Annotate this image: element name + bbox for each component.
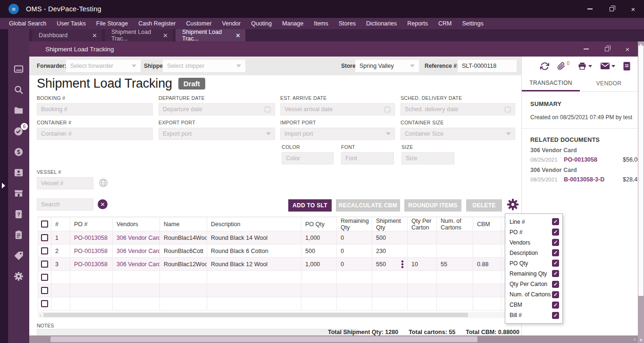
grid-row-3[interactable]: 3 PO-0013058 306 Vendor Card RounBlac12W…	[38, 258, 519, 271]
scroll-right-icon[interactable]: ›	[634, 336, 638, 343]
reference-input[interactable]	[458, 60, 517, 72]
col-remaining-qty[interactable]: Remaining Qty	[337, 217, 372, 231]
sidebar-item-dashboard[interactable]	[13, 63, 25, 75]
menu-global-search[interactable]: Global Search	[4, 18, 51, 29]
sidebar-item-files[interactable]	[13, 105, 25, 116]
import-port-select[interactable]: Import port	[280, 128, 395, 140]
po-link[interactable]: PO-0013058	[74, 235, 108, 241]
tab-shipment-load-tracking-2[interactable]: Shipment Load Trac... ✕	[176, 29, 245, 41]
vendor-link[interactable]: 306 Vendor Card	[117, 235, 160, 241]
minimize-button[interactable]	[579, 0, 601, 18]
checkbox-checked-icon[interactable]: ✓	[552, 260, 559, 267]
sidebar-item-tasks[interactable]: 6	[13, 125, 25, 137]
chooser-item-remaining-qty[interactable]: Remaining Qty✓	[505, 270, 562, 277]
tab-shipment-load-tracking-1[interactable]: Shipment Load Trac... ✕	[105, 29, 173, 41]
document-button[interactable]	[623, 62, 630, 71]
restore-button[interactable]	[601, 0, 622, 18]
chooser-item-line[interactable]: Line #✓	[505, 218, 562, 225]
related-doc-link[interactable]: B-0013058-3-D	[564, 176, 604, 183]
vessel-lookup-button[interactable]	[98, 178, 109, 188]
scroll-down-icon[interactable]: ▼	[638, 338, 644, 343]
vendor-link[interactable]: 306 Vendor Card	[117, 261, 160, 268]
print-button[interactable]	[577, 62, 592, 71]
doc-minimize-button[interactable]	[576, 41, 596, 57]
col-shipment-qty[interactable]: Shipment Qty	[372, 217, 408, 231]
size-input[interactable]	[401, 152, 454, 164]
tab-close-icon[interactable]: ✕	[157, 32, 168, 39]
menu-cash-register[interactable]: Cash Register	[133, 18, 181, 29]
sidebar-item-store[interactable]	[13, 188, 25, 199]
menu-settings[interactable]: Settings	[457, 18, 488, 29]
grid-empty-row[interactable]	[38, 297, 519, 310]
search-input[interactable]	[37, 198, 93, 211]
scrollbar-thumb[interactable]	[43, 313, 468, 317]
grid-settings-button[interactable]	[506, 198, 519, 211]
chooser-item-description[interactable]: Description✓	[505, 249, 562, 256]
sidebar-item-search[interactable]	[13, 84, 25, 96]
vessel-input[interactable]	[37, 177, 93, 189]
checkbox-checked-icon[interactable]: ✓	[552, 302, 559, 309]
tab-dashboard[interactable]: Dashboard ✕	[32, 29, 102, 41]
chooser-item-po[interactable]: PO #✓	[505, 229, 562, 236]
color-input[interactable]	[282, 152, 334, 164]
col-line[interactable]: #	[51, 217, 70, 231]
po-link[interactable]: PO-0013058	[74, 248, 108, 254]
tab-close-icon[interactable]: ✕	[230, 32, 241, 39]
sidebar-item-payments[interactable]: $	[13, 146, 25, 158]
grid-empty-row[interactable]	[38, 284, 519, 297]
checkbox-checked-icon[interactable]: ✓	[552, 218, 559, 225]
container-input[interactable]	[37, 128, 153, 140]
menu-dictionaries[interactable]: Dictionaries	[361, 18, 402, 29]
vendor-link[interactable]: 306 Vendor Card	[117, 248, 160, 254]
add-to-slt-button[interactable]: ADD TO SLT	[288, 199, 332, 212]
doc-close-button[interactable]: ×	[617, 41, 638, 57]
chooser-item-bill[interactable]: Bill #✓	[505, 312, 562, 319]
row-checkbox[interactable]	[41, 234, 48, 241]
row-checkbox[interactable]	[41, 300, 48, 307]
delete-button[interactable]: DELETE	[466, 199, 502, 212]
menu-items[interactable]: Items	[309, 18, 334, 29]
shipper-select[interactable]: Select shipper	[163, 60, 245, 72]
menu-quoting[interactable]: Quoting	[246, 18, 277, 29]
sidebar-item-settings[interactable]	[13, 270, 25, 282]
tab-vendor[interactable]: VENDOR	[580, 75, 638, 91]
vertical-scrollbar[interactable]: ▲ ▼	[638, 41, 644, 343]
col-vendors[interactable]: Vendors	[113, 217, 160, 231]
col-cbm[interactable]: CBM	[473, 217, 502, 231]
container-size-select[interactable]: Container Size	[401, 128, 515, 140]
doc-restore-button[interactable]	[596, 41, 617, 57]
related-doc-link[interactable]: PO-0013058	[564, 156, 597, 163]
sidebar-item-orders[interactable]	[13, 229, 25, 241]
col-po[interactable]: PO #	[70, 217, 113, 231]
store-select[interactable]: Spring Valley	[355, 60, 419, 72]
chooser-item-qty-per-carton[interactable]: Qty Per Carton✓	[505, 281, 562, 288]
po-link[interactable]: PO-0013058	[74, 261, 108, 268]
sidebar-item-tags[interactable]	[13, 250, 25, 261]
menu-customer[interactable]: Customer	[181, 18, 217, 29]
menu-reports[interactable]: Reports	[402, 18, 433, 29]
row-checkbox[interactable]	[41, 287, 48, 294]
export-port-select[interactable]: Export port	[159, 128, 275, 140]
departure-date-input[interactable]: Departure date	[159, 103, 275, 115]
row-checkbox[interactable]	[41, 274, 48, 281]
grid-row-2[interactable]: 2 PO-0013058 306 Vendor Card RounBlac6Co…	[38, 245, 519, 258]
sched-delivery-date-input[interactable]: Sched. delivery date	[401, 103, 515, 115]
sidebar-expand-arrow[interactable]	[2, 183, 5, 188]
scroll-left-icon[interactable]: ‹	[38, 312, 43, 318]
menu-crm[interactable]: CRM	[433, 18, 457, 29]
checkbox-checked-icon[interactable]: ✓	[552, 312, 559, 319]
grid-horizontal-scrollbar[interactable]: ‹	[38, 312, 519, 318]
col-po-qty[interactable]: PO Qty	[301, 217, 337, 231]
doc-horizontal-scrollbar[interactable]: ›	[29, 335, 638, 343]
email-button[interactable]	[600, 62, 615, 70]
checkbox-checked-icon[interactable]: ✓	[552, 291, 559, 298]
chooser-item-vendors[interactable]: Vendors✓	[505, 239, 562, 246]
scrollbar-thumb[interactable]	[50, 336, 477, 342]
scrollbar-thumb[interactable]	[638, 46, 644, 296]
attachments-button[interactable]: 0	[557, 62, 569, 70]
col-qty-per-carton[interactable]: Qty Per Carton	[408, 217, 437, 231]
col-description[interactable]: Description	[207, 217, 301, 231]
checkbox-checked-icon[interactable]: ✓	[552, 229, 559, 236]
menu-file-storage[interactable]: File Storage	[91, 18, 133, 29]
col-name[interactable]: Name	[160, 217, 207, 231]
